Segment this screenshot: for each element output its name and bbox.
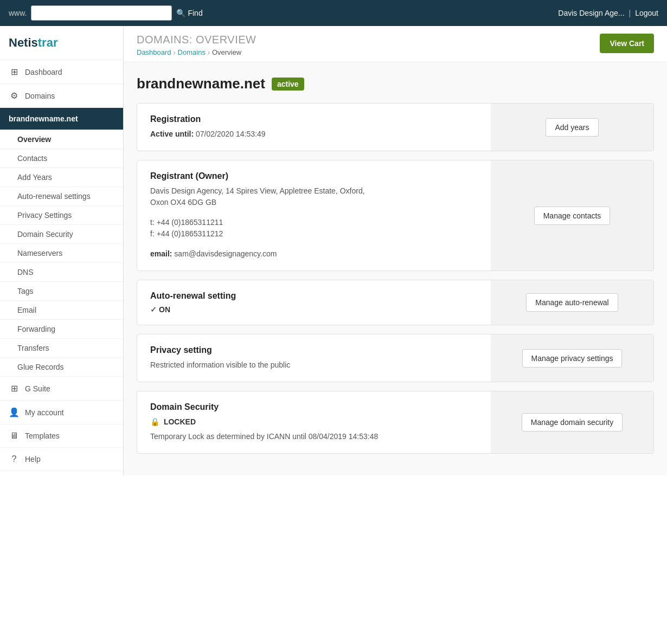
registrant-address: Davis Design Agency, 14 Spires View, App… <box>150 185 478 208</box>
auto-renewal-card-left: Auto-renewal setting ✓ ON <box>137 280 491 325</box>
sidebar-label-domains: Domains <box>25 92 55 100</box>
active-domain-label: brandnewname.net <box>9 114 78 123</box>
registrant-fax: f: +44 (0)1865311212 <box>150 228 478 240</box>
registration-card-left: Registration Active until: 07/02/2020 14… <box>137 104 491 151</box>
sidebar-item-gsuite[interactable]: ⊞ G Suite <box>0 377 123 401</box>
gsuite-icon: ⊞ <box>9 383 20 394</box>
registration-card-title: Registration <box>150 114 478 124</box>
registrant-card-title: Registrant (Owner) <box>150 171 478 181</box>
checkmark-icon: ✓ <box>150 305 157 314</box>
sidebar-sub-dns[interactable]: DNS <box>0 263 123 282</box>
privacy-description: Restricted information visible to the pu… <box>150 359 478 371</box>
auto-renewal-card: Auto-renewal setting ✓ ON Manage auto-re… <box>137 280 654 325</box>
manage-auto-renewal-button[interactable]: Manage auto-renewal <box>526 293 618 312</box>
sidebar-logo: Netistrar <box>0 26 123 60</box>
chevron-icon-2: › <box>208 49 210 56</box>
lock-icon: 🔒 <box>150 417 159 426</box>
www-label: www. <box>9 9 27 17</box>
help-icon: ? <box>9 454 20 464</box>
sidebar-item-dashboard[interactable]: ⊞ Dashboard <box>0 60 123 84</box>
sidebar-sub-domain-security[interactable]: Domain Security <box>0 225 123 244</box>
sidebar-sub-nameservers[interactable]: Nameservers <box>0 244 123 263</box>
sidebar-label-dashboard: Dashboard <box>25 68 62 76</box>
domain-security-description: Temporary Lock as determined by ICANN un… <box>150 431 478 442</box>
sidebar-sub-auto-renewal[interactable]: Auto-renewal settings <box>0 187 123 206</box>
sidebar-label-templates: Templates <box>25 432 60 440</box>
breadcrumb: Dashboard › Domains › Overview <box>137 48 256 56</box>
registrant-card-right: Manage contacts <box>491 160 653 271</box>
registrant-email: email: sam@davisdesignagency.com <box>150 248 478 260</box>
registration-card-right: Add years <box>491 104 653 151</box>
sidebar-sub-tags[interactable]: Tags <box>0 282 123 301</box>
breadcrumb-dashboard[interactable]: Dashboard <box>137 48 171 56</box>
find-button[interactable]: 🔍 Find <box>176 9 202 17</box>
chevron-icon-1: › <box>174 49 176 56</box>
manage-domain-security-button[interactable]: Manage domain security <box>522 413 623 432</box>
sidebar-label-help: Help <box>25 455 41 463</box>
auto-renewal-status: ✓ ON <box>150 305 478 314</box>
dashboard-icon: ⊞ <box>9 67 20 77</box>
my-account-icon: 👤 <box>9 407 20 417</box>
sidebar-label-gsuite: G Suite <box>25 384 50 393</box>
domain-security-locked: 🔒 LOCKED <box>150 416 478 428</box>
sidebar-item-templates[interactable]: 🖥 Templates <box>0 424 123 448</box>
sidebar-sub-overview[interactable]: Overview <box>0 130 123 149</box>
logout-link[interactable]: Logout <box>635 9 658 17</box>
title-block: DOMAINS: OVERVIEW Dashboard › Domains › … <box>137 34 256 56</box>
breadcrumb-current: Overview <box>212 48 241 56</box>
content-header: DOMAINS: OVERVIEW Dashboard › Domains › … <box>124 26 667 62</box>
sidebar-sub-email[interactable]: Email <box>0 301 123 320</box>
registration-card: Registration Active until: 07/02/2020 14… <box>137 103 654 151</box>
page-title: DOMAINS: OVERVIEW <box>137 34 256 46</box>
privacy-card-right: Manage privacy settings <box>491 334 653 382</box>
separator: | <box>629 9 631 17</box>
domain-content: brandnewname.net active Registration Act… <box>124 62 667 475</box>
search-input[interactable] <box>31 5 172 21</box>
manage-contacts-button[interactable]: Manage contacts <box>534 207 611 225</box>
sidebar-label-my-account: My account <box>25 408 64 417</box>
logo-text: Netistrar <box>9 36 57 49</box>
sidebar-sub-contacts[interactable]: Contacts <box>0 149 123 168</box>
search-icon: 🔍 <box>176 9 185 17</box>
user-name: Davis Design Age... <box>558 9 624 17</box>
search-area: www. 🔍 Find <box>9 5 558 21</box>
sidebar-sub-glue-records[interactable]: Glue Records <box>0 358 123 377</box>
privacy-card-left: Privacy setting Restricted information v… <box>137 334 491 382</box>
domain-name: brandnewname.net <box>137 75 265 92</box>
registration-active-until: Active until: 07/02/2020 14:53:49 <box>150 128 478 140</box>
top-navigation: www. 🔍 Find Davis Design Age... | Logout <box>0 0 667 26</box>
auto-renewal-card-right: Manage auto-renewal <box>491 280 653 325</box>
sidebar-sub-forwarding[interactable]: Forwarding <box>0 320 123 339</box>
domains-icon: ⚙ <box>9 91 20 101</box>
registrant-tel: t: +44 (0)1865311211 <box>150 217 478 228</box>
content-area: DOMAINS: OVERVIEW Dashboard › Domains › … <box>124 26 667 475</box>
auto-renewal-card-title: Auto-renewal setting <box>150 291 478 301</box>
sidebar-item-active-domain[interactable]: brandnewname.net <box>0 108 123 130</box>
sidebar-sub-add-years[interactable]: Add Years <box>0 168 123 187</box>
sidebar-sub-transfers[interactable]: Transfers <box>0 339 123 358</box>
domain-security-card-left: Domain Security 🔒 LOCKED Temporary Lock … <box>137 391 491 453</box>
active-badge: active <box>272 78 304 91</box>
sidebar-sub-privacy-settings[interactable]: Privacy Settings <box>0 206 123 225</box>
sidebar-item-domains[interactable]: ⚙ Domains <box>0 84 123 108</box>
manage-privacy-button[interactable]: Manage privacy settings <box>522 349 623 368</box>
sidebar: Netistrar ⊞ Dashboard ⚙ Domains brandnew… <box>0 26 124 475</box>
add-years-button[interactable]: Add years <box>546 118 598 137</box>
domain-security-card-right: Manage domain security <box>491 391 653 453</box>
view-cart-button[interactable]: View Cart <box>600 34 654 53</box>
privacy-card-title: Privacy setting <box>150 345 478 355</box>
user-area: Davis Design Age... | Logout <box>558 9 658 17</box>
sidebar-item-my-account[interactable]: 👤 My account <box>0 401 123 424</box>
domain-security-card: Domain Security 🔒 LOCKED Temporary Lock … <box>137 391 654 454</box>
domain-security-card-title: Domain Security <box>150 402 478 412</box>
registrant-card-left: Registrant (Owner) Davis Design Agency, … <box>137 160 491 271</box>
privacy-card: Privacy setting Restricted information v… <box>137 334 654 382</box>
main-layout: Netistrar ⊞ Dashboard ⚙ Domains brandnew… <box>0 26 667 475</box>
templates-icon: 🖥 <box>9 431 20 441</box>
sidebar-item-help[interactable]: ? Help <box>0 448 123 471</box>
breadcrumb-domains[interactable]: Domains <box>178 48 206 56</box>
registrant-card: Registrant (Owner) Davis Design Agency, … <box>137 160 654 271</box>
domain-title-row: brandnewname.net active <box>137 75 654 92</box>
